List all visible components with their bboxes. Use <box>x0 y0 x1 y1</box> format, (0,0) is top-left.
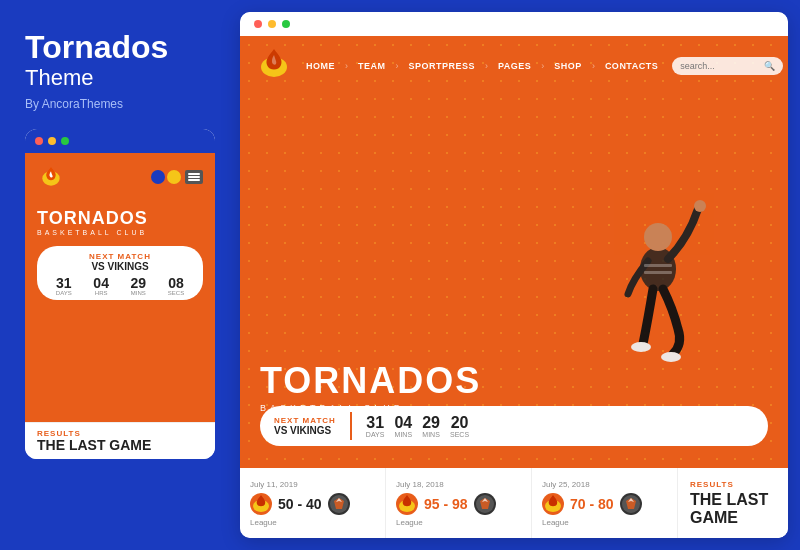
svg-point-3 <box>644 223 672 251</box>
result-type-1: League <box>250 518 375 527</box>
nav-links: HOME › TEAM › SPORTPRESS › PAGES › SHOP … <box>306 61 658 71</box>
result-score-2: 95 - 98 <box>424 496 468 512</box>
nav-team[interactable]: TEAM <box>358 61 386 71</box>
result-teams-1: 50 - 40 <box>250 493 375 515</box>
mobile-dot-yellow <box>167 170 181 184</box>
mobile-match-card: NEXT MATCH VS VIKINGS 31 Days 04 Hrs 29 … <box>37 246 203 300</box>
next-match-bar: NEXT MATCH VS VIKINGS 31 Days 04 Mins 29… <box>260 406 768 446</box>
result-date-2: July 18, 2018 <box>396 480 521 489</box>
team-logo-tornados-2 <box>396 493 418 515</box>
nav-shop[interactable]: SHOP <box>554 61 582 71</box>
hamburger-icon[interactable] <box>185 170 203 184</box>
svg-point-5 <box>631 342 651 352</box>
brand-subtitle: Theme <box>25 65 215 91</box>
nm-next-text: NEXT MATCH <box>274 416 336 425</box>
nm-vs-text: VS VIKINGS <box>274 425 336 436</box>
result-last: RESULTS THE LAST GAME <box>678 468 788 538</box>
search-icon: 🔍 <box>764 61 775 71</box>
team-logo-vikings-1 <box>328 493 350 515</box>
nav-search[interactable]: 🔍 <box>672 57 783 75</box>
mobile-count-hrs: 04 Hrs <box>93 276 109 296</box>
desktop-nav: HOME › TEAM › SPORTPRESS › PAGES › SHOP … <box>240 36 788 96</box>
mobile-hero-title: TORNADOS <box>37 209 203 227</box>
result-last-title: THE LAST GAME <box>690 491 776 526</box>
team-logo-vikings-3 <box>620 493 642 515</box>
result-card-2: July 18, 2018 95 - 98 Leagu <box>386 468 532 538</box>
mobile-count-mins: 29 Mins <box>131 276 147 296</box>
hero-title: TORNADOS <box>260 363 481 399</box>
result-type-3: League <box>542 518 667 527</box>
result-score-1: 50 - 40 <box>278 496 322 512</box>
team-logo-tornados-1 <box>250 493 272 515</box>
nm-label: NEXT MATCH VS VIKINGS <box>274 416 336 436</box>
mobile-match-label: NEXT MATCH <box>47 252 193 261</box>
desktop-logo <box>256 46 292 86</box>
svg-point-4 <box>694 200 706 212</box>
nm-divider <box>350 412 352 440</box>
nav-home[interactable]: HOME <box>306 61 335 71</box>
result-type-2: League <box>396 518 521 527</box>
result-card-3: July 25, 2018 70 - 80 Leagu <box>532 468 678 538</box>
desktop-titlebar <box>240 12 788 36</box>
svg-point-6 <box>661 352 681 362</box>
svg-rect-8 <box>644 271 672 274</box>
nm-secs: 20 Secs <box>450 415 469 438</box>
brand-title: Tornados <box>25 30 215 65</box>
mobile-hero-sub: BASKETBALL CLUB <box>37 229 203 236</box>
result-date-1: July 11, 2019 <box>250 480 375 489</box>
mobile-color-dots <box>151 170 181 184</box>
team-logo-tornados-3 <box>542 493 564 515</box>
mobile-nav-icons <box>151 170 203 184</box>
mobile-countdown: 31 Days 04 Hrs 29 Mins 08 Secs <box>47 276 193 296</box>
nav-pages[interactable]: PAGES <box>498 61 531 71</box>
result-teams-3: 70 - 80 <box>542 493 667 515</box>
dot-red <box>35 137 43 145</box>
nm-mins: 04 Mins <box>394 415 412 438</box>
mobile-titlebar <box>25 129 215 153</box>
mobile-logo <box>37 163 65 191</box>
nm-mins2: 29 Mins <box>422 415 440 438</box>
nav-sportpress[interactable]: SPORTPRESS <box>409 61 476 71</box>
desktop-dot-yellow <box>268 20 276 28</box>
svg-rect-7 <box>644 264 672 267</box>
mobile-results-section: RESULTS THE LAST GAME <box>25 422 215 459</box>
left-panel: Tornados Theme By AncoraThemes <box>0 0 240 550</box>
desktop-dot-green <box>282 20 290 28</box>
mobile-hero: TORNADOS BASKETBALL CLUB NEXT MATCH VS V… <box>25 153 215 422</box>
right-panel: HOME › TEAM › SPORTPRESS › PAGES › SHOP … <box>240 12 788 538</box>
result-last-label: RESULTS <box>690 480 776 489</box>
desktop-hero: HOME › TEAM › SPORTPRESS › PAGES › SHOP … <box>240 36 788 468</box>
desktop-dot-red <box>254 20 262 28</box>
nm-days: 31 Days <box>366 415 385 438</box>
nm-countdown: 31 Days 04 Mins 29 Mins 20 Secs <box>366 415 469 438</box>
result-teams-2: 95 - 98 <box>396 493 521 515</box>
dot-yellow <box>48 137 56 145</box>
mobile-count-days: 31 Days <box>56 276 72 296</box>
dot-green <box>61 137 69 145</box>
results-strip: July 11, 2019 50 - 40 <box>240 468 788 538</box>
player-silhouette <box>588 189 728 413</box>
mobile-nav-row <box>37 163 203 191</box>
mobile-mockup: TORNADOS BASKETBALL CLUB NEXT MATCH VS V… <box>25 129 215 459</box>
mobile-last-game: THE LAST GAME <box>37 438 203 453</box>
mobile-count-secs: 08 Secs <box>168 276 184 296</box>
mobile-dot-blue <box>151 170 165 184</box>
nav-contacts[interactable]: CONTACTS <box>605 61 658 71</box>
brand-by: By AncoraThemes <box>25 97 215 111</box>
result-date-3: July 25, 2018 <box>542 480 667 489</box>
team-logo-vikings-2 <box>474 493 496 515</box>
mobile-match-vs: VS VIKINGS <box>47 261 193 272</box>
result-score-3: 70 - 80 <box>570 496 614 512</box>
result-card-1: July 11, 2019 50 - 40 <box>240 468 386 538</box>
search-input[interactable] <box>680 61 760 71</box>
